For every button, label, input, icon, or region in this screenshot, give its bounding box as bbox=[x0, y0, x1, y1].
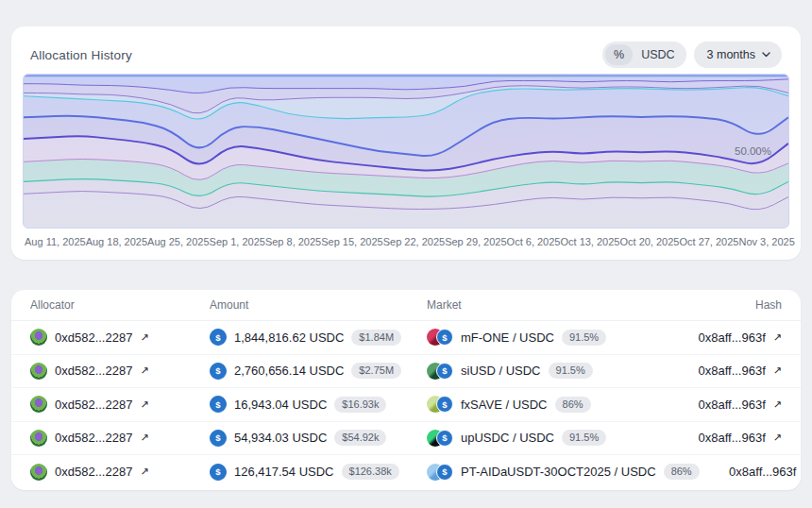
hash-link[interactable]: 0x8aff...963f ↗ bbox=[698, 330, 782, 345]
market-cell: $ mF-ONE / USDC 91.5% bbox=[427, 329, 668, 346]
usdc-icon: $ bbox=[210, 363, 227, 380]
hash-value: 0x8aff...963f bbox=[698, 398, 765, 412]
axis-tick-label: Sep 8, 2025 bbox=[265, 236, 321, 247]
amount-cell: $ 2,760,656.14 USDC $2.75M bbox=[210, 363, 427, 380]
amount-cell: $ 16,943.04 USDC $16.93k bbox=[210, 396, 427, 413]
axis-tick-label: Nov 3, 2025 bbox=[738, 236, 794, 247]
amount-value: 2,760,656.14 USDC bbox=[234, 364, 344, 378]
column-header-amount: Amount bbox=[210, 298, 427, 312]
table-body: 0xd582...2287 ↗ $ 1,844,816.62 USDC $1.8… bbox=[11, 321, 801, 489]
amount-cell: $ 126,417.54 USDC $126.38k bbox=[210, 464, 427, 481]
market-cell: $ fxSAVE / USDC 86% bbox=[427, 396, 668, 413]
chevron-down-icon bbox=[762, 52, 770, 58]
allocator-address-link[interactable]: 0xd582...2287 ↗ bbox=[55, 330, 149, 345]
axis-tick-label: Sep 22, 2025 bbox=[383, 236, 445, 247]
market-cell: $ siUSD / USDC 91.5% bbox=[427, 363, 668, 380]
hash-value: 0x8aff...963f bbox=[698, 330, 765, 345]
market-cell: $ upUSDC / USDC 91.5% bbox=[427, 430, 668, 447]
axis-tick-label: Sep 15, 2025 bbox=[321, 236, 382, 247]
market-name: PT-AIDaUSDT-30OCT2025 / USDC bbox=[461, 465, 656, 479]
hash-cell: 0x8aff...963f ↗ bbox=[668, 364, 782, 378]
allocation-history-card: Allocation History % USDC 3 months 50.00… bbox=[11, 26, 801, 260]
amount-value: 16,943.04 USDC bbox=[234, 398, 327, 412]
allocator-cell: 0xd582...2287 ↗ bbox=[30, 396, 210, 413]
allocator-address: 0xd582...2287 bbox=[55, 465, 132, 479]
axis-tick-label: Sep 29, 2025 bbox=[445, 236, 506, 247]
usdc-icon: $ bbox=[436, 430, 453, 447]
external-link-icon[interactable]: ↗ bbox=[140, 432, 148, 444]
unit-toggle-percent[interactable]: % bbox=[605, 44, 633, 65]
axis-tick-label: Sep 1, 2025 bbox=[210, 236, 265, 247]
usdc-icon: $ bbox=[436, 329, 453, 346]
market-name: fxSAVE / USDC bbox=[461, 398, 548, 412]
card-title: Allocation History bbox=[30, 48, 132, 62]
x-axis-labels: Aug 11, 2025Aug 18, 2025Aug 25, 2025Sep … bbox=[25, 236, 787, 247]
time-range-select[interactable]: 3 months bbox=[694, 42, 782, 68]
time-range-value: 3 months bbox=[707, 48, 755, 61]
allocation-chart[interactable]: 50.00% bbox=[23, 74, 789, 229]
unit-toggle[interactable]: % USDC bbox=[602, 42, 686, 68]
allocator-cell: 0xd582...2287 ↗ bbox=[30, 464, 210, 481]
external-link-icon[interactable]: ↗ bbox=[773, 398, 782, 411]
usdc-icon: $ bbox=[436, 363, 453, 380]
column-header-allocator: Allocator bbox=[30, 298, 210, 312]
market-ltv-badge: 86% bbox=[555, 397, 591, 413]
hash-link[interactable]: 0x8aff...963f ↗ bbox=[729, 465, 801, 479]
column-header-hash: Hash bbox=[668, 298, 782, 312]
market-ltv-badge: 91.5% bbox=[562, 430, 606, 446]
allocator-cell: 0xd582...2287 ↗ bbox=[30, 329, 210, 346]
external-link-icon[interactable]: ↗ bbox=[773, 432, 782, 444]
allocation-stream-chart bbox=[24, 75, 788, 228]
amount-usd-badge: $126.38k bbox=[342, 464, 399, 480]
external-link-icon[interactable]: ↗ bbox=[773, 364, 782, 377]
table-row: 0xd582...2287 ↗ $ 126,417.54 USDC $126.3… bbox=[11, 455, 801, 489]
hash-cell: 0x8aff...963f ↗ bbox=[700, 465, 801, 479]
hash-link[interactable]: 0x8aff...963f ↗ bbox=[698, 431, 782, 445]
table-row: 0xd582...2287 ↗ $ 54,934.03 USDC $54.92k… bbox=[11, 422, 801, 456]
external-link-icon[interactable]: ↗ bbox=[140, 364, 148, 377]
allocator-cell: 0xd582...2287 ↗ bbox=[30, 430, 210, 447]
axis-tick-label: Aug 25, 2025 bbox=[147, 236, 209, 247]
external-link-icon[interactable]: ↗ bbox=[140, 398, 148, 411]
usdc-icon: $ bbox=[436, 464, 453, 481]
amount-usd-badge: $16.93k bbox=[334, 397, 386, 413]
axis-tick-label: Oct 13, 2025 bbox=[560, 236, 619, 247]
external-link-icon[interactable]: ↗ bbox=[140, 331, 148, 344]
allocator-address-link[interactable]: 0xd582...2287 ↗ bbox=[55, 431, 149, 445]
market-name: mF-ONE / USDC bbox=[461, 330, 554, 345]
allocator-address: 0xd582...2287 bbox=[55, 398, 132, 412]
amount-value: 126,417.54 USDC bbox=[234, 465, 334, 479]
allocator-address-link[interactable]: 0xd582...2287 ↗ bbox=[55, 398, 149, 412]
allocator-address: 0xd582...2287 bbox=[55, 364, 132, 378]
table-row: 0xd582...2287 ↗ $ 16,943.04 USDC $16.93k… bbox=[11, 388, 801, 422]
usdc-icon: $ bbox=[210, 329, 227, 346]
usdc-icon: $ bbox=[210, 430, 227, 447]
market-coin-pair: $ bbox=[427, 464, 453, 481]
allocator-avatar bbox=[30, 329, 47, 346]
external-link-icon[interactable]: ↗ bbox=[140, 466, 148, 478]
hash-value: 0x8aff...963f bbox=[698, 364, 765, 378]
unit-toggle-usdc[interactable]: USDC bbox=[633, 44, 683, 65]
usdc-icon: $ bbox=[210, 396, 227, 413]
axis-tick-label: Oct 6, 2025 bbox=[507, 236, 561, 247]
hash-link[interactable]: 0x8aff...963f ↗ bbox=[698, 398, 782, 412]
market-name: upUSDC / USDC bbox=[461, 431, 554, 445]
amount-value: 1,844,816.62 USDC bbox=[234, 330, 344, 345]
table-row: 0xd582...2287 ↗ $ 1,844,816.62 USDC $1.8… bbox=[11, 321, 801, 355]
table-header-row: Allocator Amount Market Hash bbox=[11, 290, 801, 321]
market-coin-pair: $ bbox=[427, 363, 453, 380]
allocator-address-link[interactable]: 0xd582...2287 ↗ bbox=[55, 364, 149, 378]
market-ltv-badge: 86% bbox=[664, 464, 700, 480]
market-ltv-badge: 91.5% bbox=[549, 363, 593, 379]
axis-tick-label: Aug 18, 2025 bbox=[86, 236, 147, 247]
hash-link[interactable]: 0x8aff...963f ↗ bbox=[698, 364, 782, 378]
chart-controls: % USDC 3 months bbox=[602, 42, 782, 68]
amount-usd-badge: $54.92k bbox=[334, 430, 386, 446]
allocator-address: 0xd582...2287 bbox=[55, 431, 132, 445]
market-cell: $ PT-AIDaUSDT-30OCT2025 / USDC 86% bbox=[427, 464, 700, 481]
external-link-icon[interactable]: ↗ bbox=[773, 331, 782, 344]
allocator-avatar bbox=[30, 363, 47, 380]
market-ltv-badge: 91.5% bbox=[562, 330, 606, 346]
allocator-cell: 0xd582...2287 ↗ bbox=[30, 363, 210, 380]
allocator-address-link[interactable]: 0xd582...2287 ↗ bbox=[55, 465, 149, 479]
